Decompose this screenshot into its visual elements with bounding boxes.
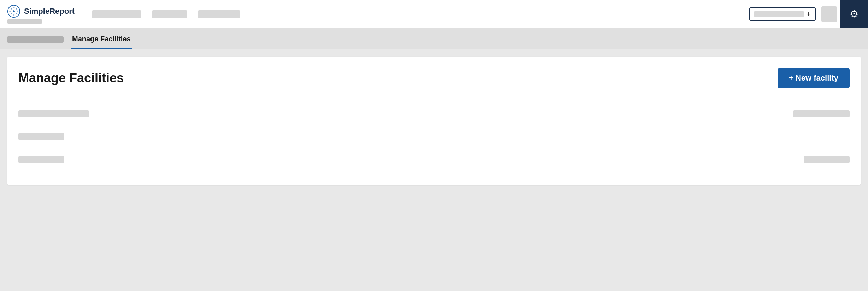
facility-action-placeholder [793,110,850,117]
nav-item-2[interactable] [152,10,187,18]
breadcrumb [7,36,64,43]
facility-row[interactable] [18,125,850,148]
logo-subtitle [7,19,42,24]
svg-point-2 [13,7,15,8]
logo-area: SimpleReport [7,5,78,24]
svg-point-4 [9,10,11,12]
main-content: Manage Facilities + New facility [0,49,868,192]
app-name: SimpleReport [24,7,75,16]
page-title: Manage Facilities [18,71,124,85]
svg-point-3 [13,14,15,16]
svg-point-6 [11,8,12,9]
gear-icon: ⚙ [850,8,858,20]
facility-name-placeholder [18,133,64,140]
chevron-down-icon: ⬍ [807,11,811,17]
nav-items [92,10,749,18]
tab-manage-facilities[interactable]: Manage Facilities [71,31,132,49]
svg-point-8 [11,13,12,14]
row-left [18,110,89,117]
org-selector[interactable]: ⬍ [749,7,816,21]
avatar[interactable] [821,6,837,22]
nav-item-3[interactable] [198,10,240,18]
logo-icon [7,5,20,18]
svg-point-9 [16,13,17,14]
navbar: SimpleReport ⬍ ⚙ [0,0,868,28]
facility-row[interactable] [18,102,850,125]
subnav: Manage Facilities [0,28,868,49]
row-left [18,133,64,140]
logo-row: SimpleReport [7,5,75,18]
manage-facilities-card: Manage Facilities + New facility [7,57,861,185]
org-selector-text [754,11,804,17]
facility-row[interactable] [18,148,850,171]
facility-action-placeholder [804,156,850,163]
svg-point-5 [17,10,18,12]
row-left [18,156,64,163]
svg-point-7 [16,8,17,9]
facility-name-placeholder [18,156,64,163]
settings-button[interactable]: ⚙ [840,0,868,28]
nav-item-1[interactable] [92,10,141,18]
card-header: Manage Facilities + New facility [18,68,850,88]
new-facility-button[interactable]: + New facility [778,68,850,88]
nav-right: ⬍ ⚙ [749,0,868,28]
svg-point-1 [13,10,15,12]
facility-name-placeholder [18,110,89,117]
